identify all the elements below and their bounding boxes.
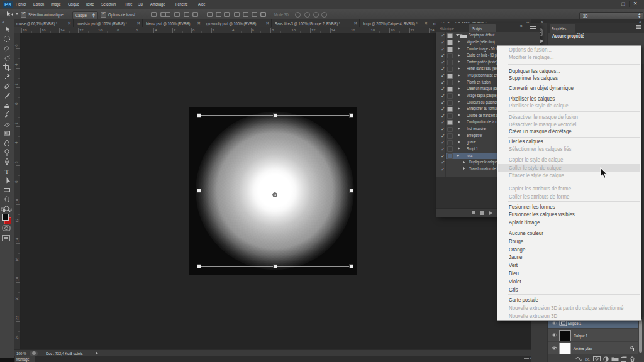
svg-text:T: T bbox=[5, 168, 9, 175]
